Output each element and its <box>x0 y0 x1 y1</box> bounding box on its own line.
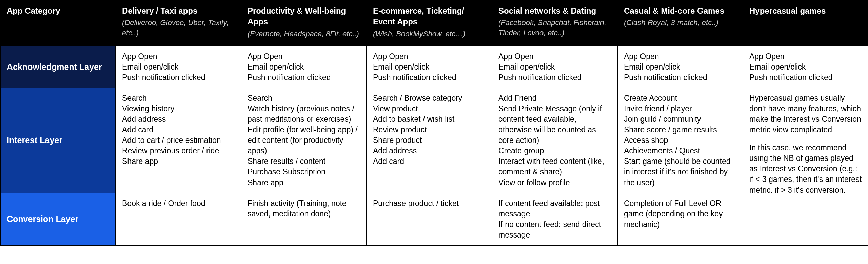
row-interest: Interest Layer SearchViewing historyAdd … <box>0 88 868 193</box>
row-label-interest: Interest Layer <box>0 88 116 193</box>
cell-ack-casual: App OpenEmail open/clickPush notificatio… <box>617 46 743 88</box>
cell-interest-ecommerce: Search / Browse categoryView productAdd … <box>367 88 492 193</box>
cell-line: Achievements / Quest <box>624 146 736 156</box>
cell-interest-delivery: SearchViewing historyAdd addressAdd card… <box>116 88 241 193</box>
cell-line: Add address <box>373 146 486 156</box>
col-header-title: Hypercasual games <box>749 5 862 16</box>
cell-ack-social: App OpenEmail open/clickPush notificatio… <box>492 46 617 88</box>
cell-line: Completion of Full Level OR game (depend… <box>624 198 736 230</box>
cell-conv-delivery: Book a ride / Order food <box>116 193 241 245</box>
cell-line: App Open <box>624 51 736 62</box>
cell-line: Finish activity (Training, note saved, m… <box>248 198 360 219</box>
cell-conv-productivity: Finish activity (Training, note saved, m… <box>241 193 367 245</box>
cell-ack-productivity: App OpenEmail open/clickPush notificatio… <box>241 46 367 88</box>
cell-line: Share app <box>248 177 360 188</box>
col-header-productivity: Productivity & Well-being Apps (Evernote… <box>241 0 367 46</box>
col-header-casual-games: Casual & Mid-core Games (Clash Royal, 3-… <box>617 0 743 46</box>
col-header-sub: (Wish, BookMyShow, etc…) <box>373 29 486 39</box>
row-label-ack: Acknowledgment Layer <box>0 46 116 88</box>
cell-line: Share score / game results <box>624 125 736 135</box>
col-header-title: E-commerce, Ticketing/ Event Apps <box>373 5 486 27</box>
cell-line: Join guild / community <box>624 114 736 125</box>
cell-line: Email open/click <box>248 62 360 72</box>
header-corner: App Category <box>0 0 116 46</box>
cell-line: App Open <box>248 51 360 62</box>
cell-line: Review previous order / ride <box>122 146 235 156</box>
col-header-sub: (Deliveroo, Glovoo, Uber, Taxify, etc..) <box>122 18 235 38</box>
cell-line: App Open <box>373 51 486 62</box>
cell-line: Edit profile (for well-being app) / edit… <box>248 125 360 156</box>
col-header-hypercasual: Hypercasual games <box>743 0 868 46</box>
col-header-sub: (Evernote, Headspace, 8Fit, etc..) <box>248 29 360 39</box>
row-conversion: Conversion Layer Book a ride / Order foo… <box>0 193 868 245</box>
cell-hypercasual-combined: Hypercasual games usually don't have man… <box>743 88 868 245</box>
cell-line: App Open <box>122 51 235 62</box>
cell-interest-productivity: SearchWatch history (previous notes / pa… <box>241 88 367 193</box>
row-ack: Acknowledgment Layer App OpenEmail open/… <box>0 46 868 88</box>
col-header-social: Social networks & Dating (Facebook, Snap… <box>492 0 617 46</box>
col-header-ecommerce: E-commerce, Ticketing/ Event Apps (Wish,… <box>367 0 492 46</box>
cell-line: Push notification clicked <box>498 72 611 83</box>
cell-line: Review product <box>373 125 486 135</box>
cell-line: Push notification clicked <box>248 72 360 83</box>
cell-line: Search <box>248 93 360 103</box>
cell-line: Create group <box>498 146 611 156</box>
cell-conv-social: If content feed available: post messageI… <box>492 193 617 245</box>
cell-line: Email open/click <box>749 62 862 72</box>
cell-interest-casual: Create AccountInvite friend / playerJoin… <box>617 88 743 193</box>
cell-conv-casual: Completion of Full Level OR game (depend… <box>617 193 743 245</box>
cell-line: Push notification clicked <box>122 72 235 83</box>
cell-ack-delivery: App OpenEmail open/clickPush notificatio… <box>116 46 241 88</box>
row-label-conversion: Conversion Layer <box>0 193 116 245</box>
cell-line: Viewing history <box>122 103 235 114</box>
cell-line: Add to basket / wish list <box>373 114 486 125</box>
cell-line: Add address <box>122 114 235 125</box>
cell-line: Add card <box>122 125 235 135</box>
cell-line: Email open/click <box>122 62 235 72</box>
cell-ack-ecommerce: App OpenEmail open/clickPush notificatio… <box>367 46 492 88</box>
header-row: App Category Delivery / Taxi apps (Deliv… <box>0 0 868 46</box>
cell-line: If no content feed: send direct message <box>498 219 611 240</box>
header-corner-label: App Category <box>7 5 109 16</box>
cell-line: Start game (should be counted in interes… <box>624 156 736 188</box>
cell-line: Watch history (previous notes / past med… <box>248 103 360 125</box>
cell-line: Interact with feed content (like, commen… <box>498 156 611 177</box>
col-header-sub: (Clash Royal, 3-match, etc..) <box>624 18 736 28</box>
cell-line: Email open/click <box>498 62 611 72</box>
cell-line: Share results / content <box>248 156 360 167</box>
col-header-title: Casual & Mid-core Games <box>624 5 736 16</box>
cell-conv-ecommerce: Purchase product / ticket <box>367 193 492 245</box>
cell-line: Push notification clicked <box>373 72 486 83</box>
col-header-sub: (Facebook, Snapchat, Fishbrain, Tinder, … <box>498 18 611 38</box>
col-header-title: Social networks & Dating <box>498 5 611 16</box>
cell-line: Search / Browse category <box>373 93 486 103</box>
col-header-title: Productivity & Well-being Apps <box>248 5 360 27</box>
cell-interest-social: Add FriendSend Private Message (only if … <box>492 88 617 193</box>
cell-ack-hypercasual: App OpenEmail open/clickPush notificatio… <box>743 46 868 88</box>
cell-line: Email open/click <box>624 62 736 72</box>
cell-line: If content feed available: post message <box>498 198 611 219</box>
cell-line: Push notification clicked <box>749 72 862 83</box>
cell-line: Email open/click <box>373 62 486 72</box>
cell-line: View product <box>373 103 486 114</box>
cell-line: App Open <box>749 51 862 62</box>
cell-line: Add card <box>373 156 486 167</box>
cell-line: Add Friend <box>498 93 611 103</box>
col-header-delivery: Delivery / Taxi apps (Deliveroo, Glovoo,… <box>116 0 241 46</box>
cell-paragraph: In this case, we recommend using the NB … <box>749 143 862 195</box>
cell-line: App Open <box>498 51 611 62</box>
cell-line: Book a ride / Order food <box>122 198 235 209</box>
cell-line: Share app <box>122 156 235 167</box>
cell-line: Purchase Subscription <box>248 167 360 177</box>
cell-line: Purchase product / ticket <box>373 198 486 209</box>
cell-paragraph: Hypercasual games usually don't have man… <box>749 93 862 135</box>
cell-line: Send Private Message (only if content fe… <box>498 103 611 146</box>
cell-line: Access shop <box>624 135 736 146</box>
col-header-title: Delivery / Taxi apps <box>122 5 235 16</box>
cell-line: Search <box>122 93 235 103</box>
cell-line: View or follow profile <box>498 177 611 188</box>
cell-line: Push notification clicked <box>624 72 736 83</box>
cell-line: Share product <box>373 135 486 146</box>
cell-line: Invite friend / player <box>624 103 736 114</box>
cell-line: Add to cart / price estimation <box>122 135 235 146</box>
